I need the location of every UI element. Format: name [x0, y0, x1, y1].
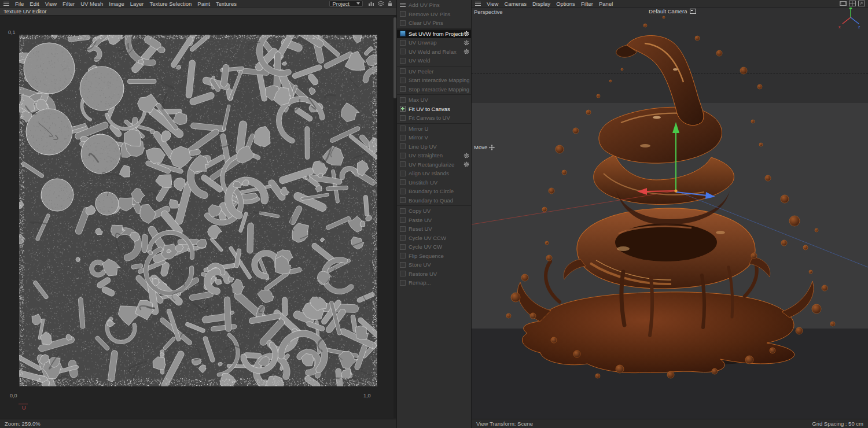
u-axis-indicator: U: [19, 403, 31, 412]
command-uv-rectangularize[interactable]: UV Rectangularize: [397, 160, 471, 169]
menu-textures[interactable]: Textures: [213, 0, 240, 8]
command-reset-uv[interactable]: Reset UV: [397, 224, 471, 234]
camera-frame-icon[interactable]: [690, 9, 696, 14]
uv-command-panel: Add UV PinsRemove UV PinsClear UV PinsSe…: [396, 0, 472, 428]
project-dropdown-label: Project: [332, 1, 350, 7]
command-uv-weld[interactable]: UV Weld: [397, 56, 471, 65]
command-line-up-uv[interactable]: Line Up UV: [397, 142, 471, 152]
command-boundary-to-quad[interactable]: Boundary to Quad: [397, 196, 471, 205]
maximize-view-icon[interactable]: [858, 1, 865, 6]
command-align-uv-islands[interactable]: Align UV Islands: [397, 169, 471, 178]
command-unstitch-uv[interactable]: Unstitch UV: [397, 178, 471, 187]
command-mirror-v[interactable]: Mirror V: [397, 133, 471, 142]
command-stop-interactive-mapping[interactable]: Stop Interactive Mapping: [397, 85, 471, 94]
command-max-uv[interactable]: Max UV: [397, 95, 471, 105]
command-label: Remove UV Pins: [409, 11, 469, 17]
command-label: UV Weld and Relax: [409, 49, 464, 55]
menu-image[interactable]: Image: [106, 0, 127, 8]
command-store-uv[interactable]: Store UV: [397, 260, 471, 270]
command-copy-uv[interactable]: Copy UV: [397, 206, 471, 216]
menu-layer[interactable]: Layer: [127, 0, 147, 8]
command-label: Start Interactive Mapping: [409, 77, 469, 83]
uv-command-list: Add UV PinsRemove UV PinsClear UV PinsSe…: [397, 1, 471, 287]
command-label: Add UV Pins: [409, 2, 469, 8]
gear-icon[interactable]: [464, 40, 469, 46]
vp-menu-display[interactable]: Display: [529, 0, 553, 8]
project-dropdown[interactable]: Project: [329, 1, 363, 7]
palette-menu-icon[interactable]: [400, 3, 406, 7]
command-fit-uv-to-canvas[interactable]: Fit UV to Canvas: [397, 105, 471, 114]
panel-menu-icon[interactable]: [3, 2, 9, 6]
vp-menu-view[interactable]: View: [484, 0, 501, 8]
command-uv-peeler[interactable]: UV Peeler: [397, 67, 471, 76]
film-strip-icon[interactable]: [840, 1, 847, 6]
vp-menu-options[interactable]: Options: [553, 0, 578, 8]
layers-icon[interactable]: [377, 1, 384, 6]
uv-weld-relax-icon: [400, 49, 406, 54]
command-boundary-to-circle[interactable]: Boundary to Circle: [397, 187, 471, 196]
command-clear-uv-pins[interactable]: Clear UV Pins: [397, 19, 471, 28]
gear-icon[interactable]: [464, 31, 469, 36]
gear-icon[interactable]: [464, 49, 469, 54]
grid-spacing-label: Grid Spacing : 50 cm: [812, 419, 863, 428]
command-set-uvw-projection[interactable]: Set UVW from Projection: [397, 29, 471, 39]
menu-edit[interactable]: Edit: [27, 0, 42, 8]
vp-menu-panel[interactable]: Panel: [596, 0, 616, 8]
command-restore-uv[interactable]: Restore UV: [397, 270, 471, 279]
menu-texture-selection[interactable]: Texture Selection: [146, 0, 194, 8]
panel-title-bar: Texture UV Editor: [0, 8, 396, 16]
x-axis-handle[interactable]: [645, 191, 676, 191]
uv-statusbar: Zoom: 259.0%: [0, 419, 396, 428]
gear-icon[interactable]: [464, 153, 469, 158]
command-fit-canvas-to-uv[interactable]: Fit Canvas to UV: [397, 113, 471, 123]
command-flip-sequence[interactable]: Flip Sequence: [397, 252, 471, 261]
command-uv-unwrap[interactable]: UV Unwrap: [397, 38, 471, 47]
uv-straighten-icon: [400, 153, 406, 158]
window-layout-icon[interactable]: [849, 1, 856, 6]
menu-file[interactable]: File: [12, 0, 27, 8]
command-remap[interactable]: Remap...: [397, 278, 471, 287]
cycle-uv-ccw-icon: [400, 235, 406, 241]
command-paste-uv[interactable]: Paste UV: [397, 216, 471, 225]
uv-canvas-area[interactable]: 0,1 0,0 1,0 U: [0, 16, 396, 419]
command-label: Remap...: [409, 279, 469, 286]
viewport-menu-icon[interactable]: [475, 2, 481, 6]
command-cycle-uv-ccw[interactable]: Cycle UV CCW: [397, 234, 471, 243]
chevron-down-icon: [356, 2, 360, 5]
move-cursor-icon: [489, 145, 495, 150]
menu-filter[interactable]: Filter: [60, 0, 78, 8]
3d-scene[interactable]: y x z: [472, 0, 868, 428]
menu-uv-mesh[interactable]: UV Mesh: [78, 0, 106, 8]
command-label: Unstitch UV: [409, 179, 469, 186]
gizmo-center[interactable]: [674, 189, 677, 192]
uv-texture[interactable]: [19, 35, 377, 386]
command-label: Line Up UV: [409, 143, 469, 150]
command-remove-uv-pins[interactable]: Remove UV Pins: [397, 10, 471, 19]
uv-editor-menubar-right: Project: [329, 1, 396, 7]
command-cycle-uv-cw[interactable]: Cycle UV CW: [397, 242, 471, 252]
command-uv-straighten[interactable]: UV Straighten: [397, 151, 471, 160]
lock-icon[interactable]: [387, 1, 393, 6]
command-label: Set UVW from Projection: [409, 31, 464, 37]
gear-icon[interactable]: [464, 161, 469, 167]
command-uv-weld-relax[interactable]: UV Weld and Relax: [397, 47, 471, 57]
menu-view[interactable]: View: [42, 0, 60, 8]
command-add-uv-pins[interactable]: Add UV Pins: [397, 1, 471, 10]
cycle-uv-cw-icon: [400, 244, 406, 250]
command-start-interactive-mapping[interactable]: Start Interactive Mapping: [397, 76, 471, 85]
chocolate-splash-object[interactable]: [506, 16, 835, 378]
command-label: Align UV Islands: [409, 170, 469, 176]
command-mirror-u[interactable]: Mirror U: [397, 124, 471, 134]
command-label: Cycle UV CCW: [409, 235, 469, 241]
menu-paint[interactable]: Paint: [194, 0, 213, 8]
camera-label[interactable]: Default Camera: [649, 8, 696, 14]
fit-uv-to-canvas-icon: [400, 106, 406, 112]
vp-menu-filter[interactable]: Filter: [578, 0, 596, 8]
vp-menu-cameras[interactable]: Cameras: [501, 0, 529, 8]
remove-uv-pins-icon: [400, 11, 406, 17]
histogram-icon[interactable]: [368, 1, 375, 6]
uv-editor-menubar: FileEditViewFilterUV MeshImageLayerTextu…: [0, 0, 396, 8]
align-uv-islands-icon: [400, 171, 406, 176]
command-label: UV Straighten: [409, 152, 464, 158]
view-mode-label[interactable]: Perspective: [474, 9, 503, 15]
